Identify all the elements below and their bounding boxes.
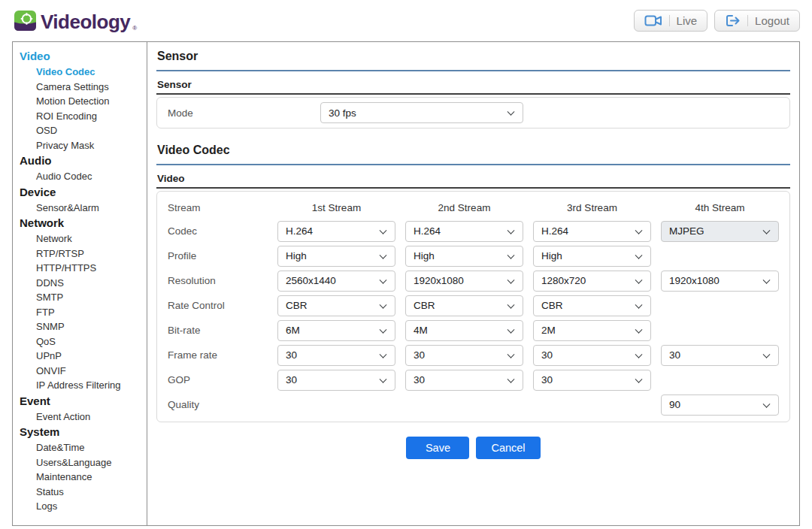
sidebar-section-event[interactable]: Event — [20, 393, 147, 410]
chevron-down-icon — [380, 325, 387, 333]
frame-rate-row: Frame rate 30 30 30 30 — [168, 343, 779, 367]
resolution-stream1-select[interactable]: 2560x1440 — [277, 271, 395, 292]
sidebar-item-users-language[interactable]: Users&Language — [20, 455, 147, 470]
codec-stream4-value: MJPEG — [669, 225, 704, 237]
sidebar-item-camera-settings[interactable]: Camera Settings — [20, 80, 147, 95]
topbar-buttons: Live Logout — [634, 10, 800, 32]
rate-control-stream1-select[interactable]: CBR — [277, 295, 395, 316]
sidebar-item-date-time[interactable]: Date&Time — [20, 440, 147, 455]
profile-stream2-select[interactable]: High — [405, 246, 523, 267]
frame-rate-row-label: Frame rate — [168, 349, 268, 361]
sidebar-item-ip-address-filtering[interactable]: IP Address Filtering — [20, 378, 147, 393]
codec-stream3-select[interactable]: H.264 — [533, 221, 651, 242]
rate-control-stream2-select[interactable]: CBR — [405, 295, 523, 316]
chevron-down-icon — [508, 325, 515, 333]
sidebar-item-smtp[interactable]: SMTP — [20, 290, 147, 305]
sidebar-item-sensor-alarm[interactable]: Sensor&Alarm — [20, 201, 147, 216]
sidebar-item-upnp[interactable]: UPnP — [20, 349, 147, 364]
live-button[interactable]: Live — [634, 10, 708, 32]
bit-rate-stream2-select[interactable]: 4M — [405, 320, 523, 341]
codec-row: Codec H.264 H.264 H.264 MJPEG — [168, 219, 779, 243]
cancel-button[interactable]: Cancel — [476, 437, 540, 459]
profile-stream1-select[interactable]: High — [277, 246, 395, 267]
bit-rate-stream3-value: 2M — [541, 325, 556, 336]
sidebar-item-snmp[interactable]: SNMP — [20, 319, 147, 334]
chevron-down-icon — [635, 350, 643, 358]
gop-stream2-select[interactable]: 30 — [405, 370, 523, 391]
quality-stream4-select[interactable]: 90 — [661, 394, 779, 416]
gop-stream1-select[interactable]: 30 — [277, 370, 395, 391]
nav-section-system: System Date&Time Users&Language Maintena… — [20, 424, 147, 514]
sidebar-item-rtp-rtsp[interactable]: RTP/RTSP — [20, 246, 147, 261]
sensor-mode-row: Mode 30 fps — [168, 102, 779, 123]
video-camera-icon — [644, 14, 662, 27]
video-codec-subhead: Video — [156, 173, 790, 189]
live-button-label: Live — [677, 14, 698, 27]
save-button[interactable]: Save — [406, 437, 469, 459]
profile-stream3-value: High — [541, 250, 562, 261]
sidebar-item-http-https[interactable]: HTTP/HTTPS — [20, 261, 147, 276]
sidebar-section-video[interactable]: Video — [20, 48, 147, 65]
rate-control-stream3-select[interactable]: CBR — [533, 295, 651, 316]
sidebar-section-system[interactable]: System — [20, 424, 147, 440]
sidebar-item-logs[interactable]: Logs — [20, 499, 147, 514]
sensor-subhead: Sensor — [156, 79, 790, 95]
sidebar-item-motion-detection[interactable]: Motion Detection — [20, 94, 147, 109]
chevron-down-icon — [380, 301, 387, 308]
codec-stream4-select-disabled: MJPEG — [661, 221, 779, 242]
chevron-down-icon — [635, 251, 643, 258]
topbar: Videology ® Live Logout — [0, 0, 812, 41]
form-actions: Save Cancel — [156, 437, 790, 459]
sensor-panel: Mode 30 fps — [156, 97, 790, 128]
column-header-2nd-stream: 2nd Stream — [405, 202, 523, 213]
frame-rate-stream4-select[interactable]: 30 — [661, 345, 779, 366]
sidebar-item-status[interactable]: Status — [20, 485, 147, 500]
frame-rate-stream2-value: 30 — [414, 349, 425, 361]
sidebar-section-network[interactable]: Network — [20, 215, 147, 231]
logout-button-label: Logout — [755, 14, 789, 27]
sidebar-item-roi-encoding[interactable]: ROI Encoding — [20, 109, 147, 124]
resolution-stream4-select[interactable]: 1920x1080 — [661, 271, 779, 292]
codec-stream2-select[interactable]: H.264 — [405, 221, 523, 242]
sidebar-item-ddns[interactable]: DDNS — [20, 276, 147, 291]
sensor-mode-select[interactable]: 30 fps — [320, 102, 523, 123]
codec-stream3-value: H.264 — [541, 225, 568, 237]
chevron-down-icon — [508, 251, 515, 258]
column-header-4th-stream: 4th Stream — [661, 202, 779, 213]
chevron-down-icon — [763, 226, 771, 234]
sidebar-item-event-action[interactable]: Event Action — [20, 410, 147, 425]
bit-rate-stream1-select[interactable]: 6M — [277, 320, 395, 341]
frame-rate-stream3-select[interactable]: 30 — [533, 345, 651, 366]
sidebar-section-device[interactable]: Device — [20, 184, 147, 201]
sidebar-item-ftp[interactable]: FTP — [20, 305, 147, 320]
bit-rate-stream3-select[interactable]: 2M — [533, 320, 651, 341]
chevron-down-icon — [763, 350, 771, 358]
quality-row: Quality 90 — [168, 392, 779, 417]
sidebar-item-video-codec[interactable]: Video Codec — [20, 65, 147, 80]
sidebar-item-privacy-mask[interactable]: Privacy Mask — [20, 138, 147, 153]
sidebar-item-audio-codec[interactable]: Audio Codec — [20, 169, 147, 184]
sensor-section-title: Sensor — [156, 50, 790, 71]
nav-section-network: Network Network RTP/RTSP HTTP/HTTPS DDNS… — [20, 215, 147, 393]
sidebar-item-network[interactable]: Network — [20, 231, 147, 246]
resolution-stream3-select[interactable]: 1280x720 — [533, 271, 651, 292]
frame-rate-stream1-value: 30 — [286, 349, 297, 361]
stream-row-header: Stream — [168, 202, 268, 213]
sidebar-section-audio[interactable]: Audio — [20, 153, 147, 169]
sidebar-item-qos[interactable]: QoS — [20, 334, 147, 349]
gop-stream3-value: 30 — [541, 374, 553, 385]
logout-button[interactable]: Logout — [714, 10, 800, 32]
sidebar-item-maintenance[interactable]: Maintenance — [20, 470, 147, 485]
profile-stream3-select[interactable]: High — [533, 246, 651, 267]
frame-rate-stream1-select[interactable]: 30 — [277, 345, 395, 366]
sidebar-item-osd[interactable]: OSD — [20, 123, 147, 138]
resolution-stream2-select[interactable]: 1920x1080 — [405, 271, 523, 292]
frame-rate-stream2-select[interactable]: 30 — [405, 345, 523, 366]
codec-stream2-value: H.264 — [414, 225, 441, 237]
column-header-3rd-stream: 3rd Stream — [533, 202, 651, 213]
sidebar-item-onvif[interactable]: ONVIF — [20, 364, 147, 379]
resolution-stream3-value: 1280x720 — [541, 275, 586, 286]
codec-stream1-select[interactable]: H.264 — [277, 221, 395, 242]
gop-row-label: GOP — [168, 374, 268, 385]
gop-stream3-select[interactable]: 30 — [533, 370, 651, 391]
